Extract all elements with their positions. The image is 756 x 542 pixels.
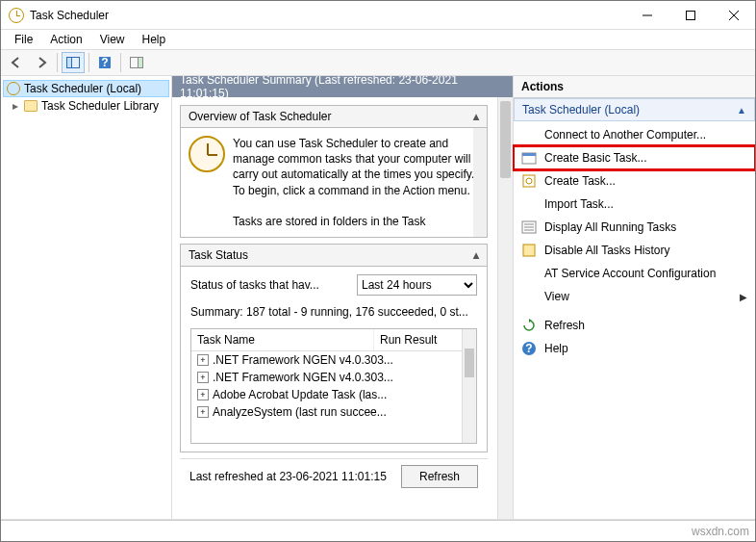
menu-view[interactable]: View [92, 31, 133, 48]
blank-icon [521, 266, 537, 281]
toolbar-separator [88, 53, 89, 72]
maximize-button[interactable] [668, 1, 712, 29]
last-refreshed-text: Last refreshed at 23-06-2021 11:01:15 [189, 470, 401, 483]
scrollbar-thumb[interactable] [465, 348, 474, 377]
summary-panel: Task Scheduler Summary (Last refreshed: … [172, 76, 513, 519]
action-disable-history[interactable]: Disable All Tasks History [514, 239, 755, 262]
navigation-tree: Task Scheduler (Local) ▸ Task Scheduler … [1, 76, 172, 519]
scrollbar[interactable] [473, 128, 487, 237]
col-task-name[interactable]: Task Name [191, 329, 374, 350]
clock-icon [7, 82, 20, 95]
back-button[interactable] [5, 52, 28, 73]
task-status-title: Task Status [189, 248, 473, 262]
table-row[interactable]: +Adobe Acrobat Update Task (las... [191, 386, 476, 403]
wizard-icon [521, 150, 537, 166]
table-row[interactable]: +.NET Framework NGEN v4.0.303... [191, 351, 476, 369]
refresh-button[interactable]: Refresh [401, 465, 478, 488]
action-create-basic-task[interactable]: Create Basic Task... [514, 146, 755, 169]
action-import-task[interactable]: Import Task... [514, 193, 755, 216]
toolbar-separator [120, 53, 121, 72]
task-status-panel: Task Status ▴ Status of tasks that hav..… [180, 244, 488, 452]
svg-rect-5 [67, 58, 72, 68]
menu-action[interactable]: Action [42, 31, 89, 48]
action-connect-computer[interactable]: Connect to Another Computer... [514, 123, 755, 146]
close-button[interactable] [712, 1, 755, 29]
svg-rect-18 [523, 245, 535, 256]
status-bar: wsxdn.com [1, 520, 755, 541]
overview-header[interactable]: Overview of Task Scheduler ▴ [181, 106, 487, 128]
actions-context-header[interactable]: Task Scheduler (Local) ▲ [514, 98, 755, 121]
window-buttons [625, 1, 755, 29]
collapse-icon[interactable]: ▲ [737, 105, 746, 116]
overview-title: Overview of Task Scheduler [189, 110, 473, 123]
blank-icon [521, 289, 537, 304]
table-row[interactable]: +.NET Framework NGEN v4.0.303... [191, 369, 476, 386]
tree-root-node[interactable]: Task Scheduler (Local) [3, 80, 169, 97]
svg-text:?: ? [525, 342, 532, 355]
task-icon [521, 173, 537, 189]
expand-icon[interactable]: + [197, 354, 209, 366]
menu-file[interactable]: File [7, 31, 40, 48]
expand-icon[interactable]: + [197, 406, 209, 418]
expand-icon[interactable]: + [197, 389, 209, 400]
actions-pane: Actions Task Scheduler (Local) ▲ Connect… [513, 76, 755, 519]
action-refresh[interactable]: Refresh [514, 314, 755, 337]
table-row[interactable]: +AnalyzeSystem (last run succee... [191, 403, 476, 421]
blank-icon [521, 196, 537, 212]
expand-icon[interactable]: ▸ [11, 99, 20, 113]
collapse-icon[interactable]: ▴ [473, 110, 479, 123]
status-filter-label: Status of tasks that hav... [190, 278, 349, 292]
minimize-button[interactable] [625, 1, 668, 29]
summary-header: Task Scheduler Summary (Last refreshed: … [172, 76, 513, 97]
tree-child-node[interactable]: ▸ Task Scheduler Library [3, 97, 169, 115]
actions-title: Actions [514, 76, 755, 98]
overview-panel: Overview of Task Scheduler ▴ You can use… [180, 105, 488, 238]
svg-rect-11 [522, 153, 536, 156]
watermark: wsxdn.com [692, 525, 749, 538]
action-create-task[interactable]: Create Task... [514, 169, 755, 193]
scrollbar[interactable] [497, 97, 513, 519]
forward-button[interactable] [30, 52, 53, 73]
table-header: Task Name Run Result [191, 329, 476, 351]
history-icon [521, 243, 537, 258]
blank-icon [521, 127, 537, 142]
toolbar-separator [57, 53, 58, 72]
task-status-body: Status of tasks that hav... Last 24 hour… [181, 267, 487, 452]
refresh-icon [521, 318, 537, 333]
action-display-running[interactable]: Display All Running Tasks [514, 216, 755, 239]
app-window: Task Scheduler File Action View Help ? T… [0, 0, 756, 542]
task-table: Task Name Run Result +.NET Framework NGE… [190, 328, 477, 444]
svg-rect-12 [523, 175, 535, 187]
folder-icon [24, 100, 38, 112]
collapse-icon[interactable]: ▴ [473, 248, 479, 262]
show-hide-tree-button[interactable] [62, 52, 85, 73]
status-filter-row: Status of tasks that hav... Last 24 hour… [190, 274, 477, 296]
scrollbar-thumb[interactable] [500, 101, 511, 178]
title-bar: Task Scheduler [1, 1, 755, 30]
clock-icon [189, 136, 225, 172]
actions-context-label: Task Scheduler (Local) [522, 103, 737, 116]
expand-icon[interactable]: + [197, 372, 209, 383]
action-view[interactable]: View ▶ [514, 285, 755, 308]
toolbar: ? [1, 49, 755, 76]
submenu-arrow-icon: ▶ [740, 292, 747, 302]
overview-text: You can use Task Scheduler to create and… [233, 136, 479, 229]
summary-footer: Last refreshed at 23-06-2021 11:01:15 Re… [180, 458, 488, 494]
app-icon [9, 8, 24, 23]
actions-list: Connect to Another Computer... Create Ba… [514, 121, 755, 362]
tree-child-label: Task Scheduler Library [41, 99, 159, 113]
svg-rect-9 [139, 58, 143, 68]
overview-body: You can use Task Scheduler to create and… [181, 128, 487, 237]
help-icon: ? [521, 341, 537, 356]
menu-bar: File Action View Help [1, 30, 755, 49]
status-period-select[interactable]: Last 24 hours [357, 274, 477, 296]
scrollbar[interactable] [462, 329, 476, 443]
summary-content: Overview of Task Scheduler ▴ You can use… [172, 97, 513, 519]
menu-help[interactable]: Help [135, 31, 174, 48]
window-title: Task Scheduler [30, 9, 625, 22]
action-help[interactable]: ? Help [514, 337, 755, 360]
task-status-header[interactable]: Task Status ▴ [181, 245, 487, 267]
action-pane-button[interactable] [125, 52, 148, 73]
action-at-service-config[interactable]: AT Service Account Configuration [514, 262, 755, 285]
help-button[interactable]: ? [93, 52, 116, 73]
